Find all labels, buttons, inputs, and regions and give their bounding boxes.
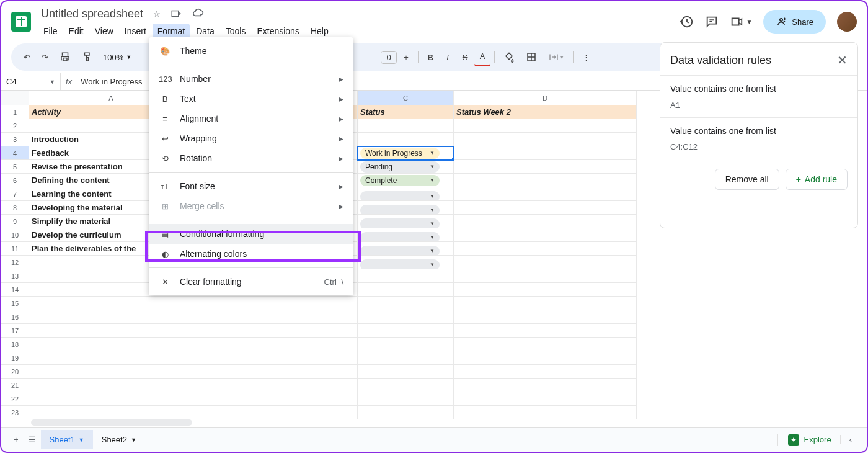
menu-extensions[interactable]: Extensions: [252, 24, 304, 38]
cloud-status-icon[interactable]: [189, 5, 206, 22]
menu-view[interactable]: View: [90, 24, 118, 38]
menu-item-text[interactable]: BText▶: [149, 89, 353, 109]
row-header[interactable]: 13: [1, 269, 29, 283]
row-header[interactable]: 14: [1, 283, 29, 297]
all-sheets-button[interactable]: ☰: [24, 430, 41, 449]
cell[interactable]: [193, 324, 358, 338]
cell[interactable]: [193, 406, 358, 419]
cell[interactable]: ▼: [358, 242, 454, 256]
row-header[interactable]: 6: [1, 174, 29, 187]
cell[interactable]: [454, 133, 637, 146]
menu-help[interactable]: Help: [306, 24, 334, 38]
cell[interactable]: [454, 324, 637, 338]
row-header[interactable]: 4: [1, 146, 29, 160]
menu-tools[interactable]: Tools: [221, 24, 251, 38]
side-panel-toggle[interactable]: ‹: [840, 435, 852, 444]
cell[interactable]: [454, 256, 637, 269]
row-header[interactable]: 1: [1, 105, 29, 119]
row-header[interactable]: 16: [1, 310, 29, 324]
cell[interactable]: [358, 365, 454, 379]
cell[interactable]: [454, 242, 637, 256]
merge-button[interactable]: ▼: [543, 48, 569, 66]
row-header[interactable]: 20: [1, 365, 29, 379]
cell[interactable]: [358, 392, 454, 406]
borders-button[interactable]: [521, 48, 542, 66]
cell[interactable]: [29, 338, 193, 351]
row-header[interactable]: 9: [1, 215, 29, 228]
status-chip[interactable]: ▼: [360, 259, 440, 269]
redo-button[interactable]: ↷: [37, 49, 53, 66]
cell[interactable]: [454, 146, 637, 160]
cell[interactable]: [454, 338, 637, 351]
row-header[interactable]: 11: [1, 242, 29, 256]
cell[interactable]: [358, 119, 454, 133]
cell[interactable]: ▼: [358, 201, 454, 215]
column-header[interactable]: C: [358, 91, 454, 105]
cell[interactable]: [29, 297, 193, 310]
status-chip[interactable]: Pending▼: [360, 161, 440, 173]
cell[interactable]: [29, 392, 193, 406]
cell[interactable]: [358, 283, 454, 297]
cell[interactable]: [358, 338, 454, 351]
cell[interactable]: Work in Progress▼: [358, 146, 454, 160]
cell[interactable]: [193, 310, 358, 324]
status-chip[interactable]: ▼: [360, 191, 440, 201]
cell[interactable]: [29, 324, 193, 338]
cell[interactable]: [454, 215, 637, 228]
menu-insert[interactable]: Insert: [120, 24, 151, 38]
cell[interactable]: [29, 310, 193, 324]
explore-button[interactable]: ✦ Explore: [777, 434, 831, 446]
row-header[interactable]: 19: [1, 351, 29, 365]
menu-format[interactable]: Format: [153, 24, 190, 38]
cell[interactable]: [358, 297, 454, 310]
undo-button[interactable]: ↶: [19, 49, 35, 66]
row-header[interactable]: 2: [1, 119, 29, 133]
menu-item-font-size[interactable]: тTFont size▶: [149, 176, 353, 196]
menu-item-alignment[interactable]: ≡Alignment▶: [149, 109, 353, 128]
row-header[interactable]: 8: [1, 201, 29, 215]
more-button[interactable]: ⋮: [577, 49, 595, 66]
account-avatar[interactable]: [837, 12, 857, 32]
fill-color-button[interactable]: [498, 48, 520, 66]
row-header[interactable]: 12: [1, 256, 29, 269]
row-header[interactable]: 18: [1, 338, 29, 351]
status-chip[interactable]: Work in Progress▼: [360, 148, 440, 159]
cell[interactable]: [29, 351, 193, 365]
menu-item-number[interactable]: 123Number▶: [149, 69, 353, 89]
menu-item-rotation[interactable]: ⟲Rotation▶: [149, 148, 353, 168]
cell[interactable]: [193, 379, 358, 392]
cell[interactable]: [358, 133, 454, 146]
cell[interactable]: [454, 365, 637, 379]
menu-edit[interactable]: Edit: [64, 24, 89, 38]
row-header[interactable]: 21: [1, 379, 29, 392]
row-header[interactable]: 22: [1, 392, 29, 406]
cell[interactable]: [454, 228, 637, 242]
menu-data[interactable]: Data: [191, 24, 219, 38]
validation-rule[interactable]: Value contains one from listA1: [660, 75, 857, 117]
menu-item-clear-formatting[interactable]: ✕Clear formattingCtrl+\: [149, 272, 353, 292]
cell[interactable]: ▼: [358, 215, 454, 228]
sheets-logo[interactable]: [11, 12, 31, 32]
cell[interactable]: [358, 269, 454, 283]
menu-item-theme[interactable]: 🎨Theme: [149, 41, 353, 61]
cell[interactable]: Complete▼: [358, 174, 454, 187]
cell[interactable]: [454, 174, 637, 187]
cell[interactable]: [358, 406, 454, 419]
validation-rule[interactable]: Value contains one from listC4:C12: [660, 117, 857, 159]
cell[interactable]: ▼: [358, 228, 454, 242]
row-header[interactable]: 10: [1, 228, 29, 242]
row-header[interactable]: 23: [1, 406, 29, 419]
name-box[interactable]: C4▼: [1, 73, 61, 90]
remove-all-button[interactable]: Remove all: [715, 169, 779, 190]
menu-item-wrapping[interactable]: ↩Wrapping▶: [149, 128, 353, 148]
horizontal-scrollbar[interactable]: [31, 419, 192, 426]
cell[interactable]: ▼: [358, 256, 454, 269]
select-all-corner[interactable]: [1, 91, 29, 105]
row-header[interactable]: 15: [1, 297, 29, 310]
cell[interactable]: [193, 351, 358, 365]
cell[interactable]: [454, 297, 637, 310]
status-chip[interactable]: ▼: [360, 246, 440, 256]
print-button[interactable]: [55, 48, 76, 66]
close-icon[interactable]: ✕: [837, 53, 848, 68]
menu-item-alternating-colors[interactable]: ◐Alternating colors: [149, 244, 353, 264]
